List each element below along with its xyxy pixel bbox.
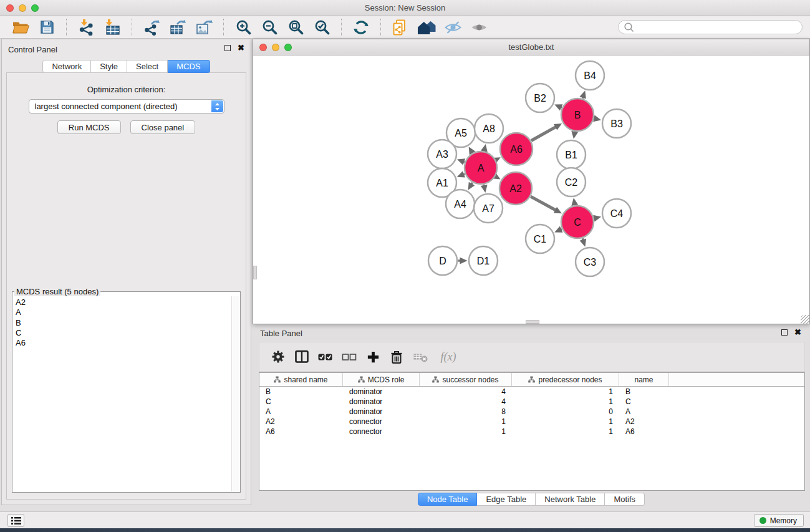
show-column-button[interactable] (292, 346, 311, 367)
column-header-name[interactable]: name (619, 373, 669, 386)
table-cell[interactable]: A6 (619, 427, 669, 437)
graph-node-A4[interactable]: A4 (446, 190, 475, 218)
refresh-layout-button[interactable] (350, 18, 372, 37)
search-input[interactable] (637, 22, 797, 32)
tab-style[interactable]: Style (91, 60, 127, 73)
table-cell[interactable]: 1 (512, 427, 619, 437)
mcds-result-item[interactable]: A6 (13, 338, 231, 348)
table-cell[interactable]: 4 (420, 387, 512, 397)
tab-motifs[interactable]: Motifs (605, 493, 645, 506)
import-table-button[interactable] (102, 18, 123, 37)
table-cell[interactable]: B (259, 387, 343, 397)
table-cell[interactable]: A6 (259, 427, 343, 437)
copy-network-button[interactable] (390, 18, 411, 37)
export-table-button[interactable] (167, 18, 188, 37)
criterion-dropdown[interactable]: largest connected component (directed) (29, 99, 224, 114)
graph-node-B[interactable]: B (561, 99, 594, 131)
table-cell[interactable]: dominator (343, 407, 420, 417)
search-box[interactable] (618, 20, 803, 34)
graph-edge-B-B1[interactable] (571, 131, 578, 139)
mcds-result-item[interactable]: A2 (13, 296, 231, 307)
open-session-button[interactable] (10, 18, 31, 37)
table-row[interactable]: Adominator80A (259, 407, 804, 417)
graph-node-C3[interactable]: C3 (576, 248, 604, 276)
network-window-titlebar[interactable]: testGlobe.txt (253, 39, 809, 56)
import-network-button[interactable] (75, 18, 97, 37)
graph-node-A2[interactable]: A2 (499, 172, 532, 205)
export-network-button[interactable] (141, 18, 162, 37)
graph-node-B4[interactable]: B4 (576, 61, 604, 90)
table-cell[interactable]: C (259, 397, 343, 407)
graph-edge-A-A7[interactable] (481, 185, 488, 193)
mcds-result-item[interactable]: C (13, 328, 231, 338)
graph-node-A3[interactable]: A3 (428, 140, 456, 168)
table-cell[interactable]: 1 (512, 397, 619, 407)
table-row[interactable]: Bdominator41B (259, 387, 804, 397)
add-column-button[interactable] (364, 346, 382, 367)
graph-edge-A-A3[interactable] (457, 158, 465, 165)
zoom-fit-button[interactable] (285, 18, 306, 37)
graph-node-A8[interactable]: A8 (475, 114, 503, 143)
table-row[interactable]: Cdominator41C (259, 397, 804, 407)
graph-node-C1[interactable]: C1 (526, 225, 554, 253)
zoom-network-window-button[interactable] (284, 44, 292, 51)
canvas-bottom-scroll-mark[interactable] (526, 320, 539, 324)
close-table-panel-icon[interactable]: ✖ (794, 329, 801, 336)
canvas-left-scroll-mark[interactable] (253, 266, 257, 279)
close-panel-button[interactable]: Close panel (130, 120, 196, 134)
graph-node-C[interactable]: C (561, 206, 594, 238)
save-session-button[interactable] (36, 18, 57, 37)
graph-node-A[interactable]: A (465, 152, 497, 184)
graph-node-D[interactable]: D (428, 246, 457, 275)
memory-button[interactable]: Memory (754, 514, 804, 527)
graph-node-D1[interactable]: D1 (469, 246, 498, 275)
graph-node-A6[interactable]: A6 (500, 133, 533, 165)
column-header-predecessor-nodes[interactable]: predecessor nodes (512, 373, 619, 386)
float-table-panel-icon[interactable] (781, 329, 788, 336)
graph-edge-B-B4[interactable] (579, 90, 586, 99)
unselect-all-columns-button[interactable] (340, 346, 359, 367)
delete-table-button[interactable] (411, 346, 430, 367)
tab-mcds[interactable]: MCDS (168, 60, 210, 73)
column-header-mcds-role[interactable]: MCDS role (343, 373, 420, 386)
home-view-button[interactable] (416, 18, 437, 37)
tab-edge-table[interactable]: Edge Table (477, 493, 536, 506)
minimize-network-window-button[interactable] (272, 44, 279, 51)
tab-network[interactable]: Network (42, 60, 91, 73)
run-mcds-button[interactable]: Run MCDS (57, 120, 121, 134)
close-panel-icon[interactable]: ✖ (238, 44, 244, 52)
hide-selected-button[interactable] (442, 18, 463, 37)
close-window-button[interactable] (6, 4, 14, 12)
graph-node-B2[interactable]: B2 (526, 84, 554, 112)
graph-node-B1[interactable]: B1 (557, 140, 586, 169)
zoom-in-button[interactable] (233, 18, 254, 37)
table-cell[interactable]: dominator (343, 387, 420, 397)
mcds-result-item[interactable]: A (13, 307, 231, 317)
table-cell[interactable]: 1 (512, 417, 619, 427)
network-graph[interactable]: B4B2BB3B1A5A8A6A3AA1C2A2A4A7C4CC1C3DD1 (253, 56, 809, 324)
table-cell[interactable]: connector (343, 417, 420, 427)
column-header-shared-name[interactable]: shared name (259, 373, 343, 386)
table-cell[interactable]: 1 (512, 387, 619, 397)
tab-node-table[interactable]: Node Table (418, 493, 478, 506)
table-cell[interactable]: B (619, 387, 669, 397)
graph-node-C2[interactable]: C2 (557, 168, 586, 196)
tab-network-table[interactable]: Network Table (536, 493, 605, 506)
graph-edge-A2-C[interactable] (531, 196, 562, 213)
table-cell[interactable]: 1 (420, 427, 512, 437)
select-all-columns-button[interactable] (316, 346, 335, 367)
network-canvas[interactable]: B4B2BB3B1A5A8A6A3AA1C2A2A4A7C4CC1C3DD1 (253, 56, 809, 324)
table-cell[interactable]: A2 (619, 417, 669, 427)
close-network-window-button[interactable] (259, 44, 267, 51)
minimize-window-button[interactable] (19, 4, 26, 12)
graph-node-C4[interactable]: C4 (602, 199, 631, 228)
table-cell[interactable]: 0 (512, 407, 619, 417)
table-row[interactable]: A2connector11A2 (259, 417, 804, 427)
table-settings-button[interactable] (269, 346, 287, 367)
mcds-result-list[interactable]: A2ABCA6 (13, 296, 231, 491)
float-panel-icon[interactable] (224, 45, 231, 51)
table-cell[interactable]: A (619, 407, 669, 417)
resize-grip-icon[interactable] (801, 315, 809, 324)
table-cell[interactable]: 1 (420, 417, 512, 427)
delete-columns-button[interactable] (387, 346, 406, 367)
